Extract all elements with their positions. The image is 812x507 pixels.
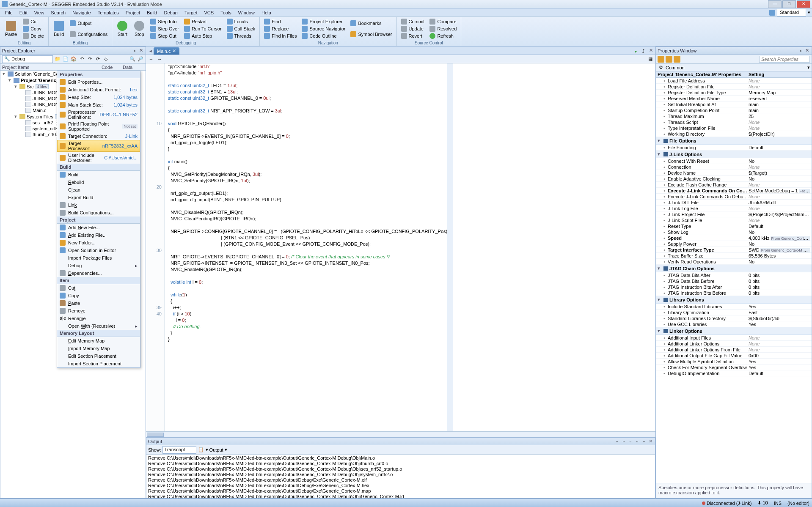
- output-button[interactable]: Output: [68, 20, 109, 27]
- ctx-heap-size[interactable]: Heap Size:1,024 bytes: [57, 93, 140, 101]
- menu-search[interactable]: Search: [47, 9, 69, 16]
- ctx-cut[interactable]: Cut: [57, 284, 140, 292]
- property-row[interactable]: •ConnectionNone: [656, 164, 812, 170]
- ctx-import-sec[interactable]: Import Section Placement: [57, 360, 140, 367]
- property-category[interactable]: ▾Library Options: [656, 296, 812, 304]
- tasks-icon[interactable]: 📋: [198, 447, 204, 453]
- replace-button[interactable]: Replace: [262, 25, 298, 32]
- output-icon-4[interactable]: ▫: [634, 438, 641, 445]
- property-row[interactable]: •Register Definition FileNone: [656, 84, 812, 90]
- step-over-button[interactable]: Step Over: [149, 25, 181, 32]
- ctx-add-existing[interactable]: Add Existing File...: [57, 231, 140, 239]
- zoom-in-icon[interactable]: 🔍: [129, 56, 136, 63]
- symbol-browser-button[interactable]: Symbol Browser: [349, 31, 394, 38]
- restart-button[interactable]: Restart: [182, 18, 223, 25]
- property-row[interactable]: •Target Interface TypeSWDFrom Generic_Co…: [656, 247, 812, 253]
- output-body[interactable]: Remove C:\Users\midi\Downloads\nRF5x-MMD…: [146, 455, 655, 498]
- find-in-files-button[interactable]: Find in Files: [262, 33, 298, 39]
- ctx-edit-mem[interactable]: Edit Memory Map: [57, 337, 140, 345]
- ctx-remove[interactable]: Remove: [57, 307, 140, 315]
- ctx-edit-sec[interactable]: Edit Section Placement: [57, 352, 140, 360]
- menu-tools[interactable]: Tools: [217, 9, 235, 16]
- property-row[interactable]: •Use GCC LibrariesYes: [656, 321, 812, 327]
- col-data[interactable]: Data: [123, 65, 144, 70]
- categorize-icon[interactable]: [658, 56, 664, 63]
- ctx-open-with[interactable]: Open With (Recursive)▸: [57, 322, 140, 330]
- tree-toggle[interactable]: ▾: [1, 71, 6, 77]
- ctx-import-pkg[interactable]: Import Package Files: [57, 254, 140, 262]
- property-row[interactable]: •Load File AddressNone: [656, 78, 812, 84]
- ctx-target-connection[interactable]: Target Connection:J-Link: [57, 132, 140, 140]
- ctx-rebuild[interactable]: Rebuild: [57, 178, 140, 186]
- chevron-down-icon[interactable]: ▾: [808, 10, 810, 15]
- bookmarks-button[interactable]: Bookmarks: [349, 20, 394, 27]
- ctx-preprocessor[interactable]: Preprocessor Definitions:DEBUG=1;NRF52: [57, 109, 140, 121]
- property-row[interactable]: •Startup Completion Pointmain: [656, 107, 812, 113]
- property-row[interactable]: •Additional Input FilesNone: [656, 335, 812, 341]
- code-editor[interactable]: 1020303940 "pp">#include "nrf.h""pp">#in…: [146, 63, 655, 431]
- back-icon[interactable]: ↶: [78, 56, 85, 63]
- property-row[interactable]: •Library OptimizationFast: [656, 310, 812, 315]
- prop-options-icon[interactable]: ▫: [797, 47, 804, 54]
- tab-options-icon[interactable]: ⤴: [640, 48, 647, 55]
- minimize-button[interactable]: —: [768, 0, 782, 8]
- menu-window[interactable]: Window: [235, 9, 258, 16]
- home-icon[interactable]: 🏠: [70, 56, 77, 63]
- cut-button[interactable]: Cut: [21, 18, 46, 25]
- property-row[interactable]: •JTAG Data Bits After0 bits: [656, 272, 812, 278]
- ctx-rename[interactable]: a|eRename: [57, 315, 140, 322]
- property-row[interactable]: •JTAG Instruction Bits Before0 bits: [656, 290, 812, 296]
- tree-toggle[interactable]: ▾: [13, 114, 18, 119]
- property-row[interactable]: •File EncodingDefault: [656, 145, 812, 151]
- menu-project[interactable]: Project: [122, 9, 143, 16]
- ctx-user-includes[interactable]: User Include Directories:C:\\Users\\mid.…: [57, 152, 140, 164]
- property-row[interactable]: •Register Definition File TypeMemory Map: [656, 90, 812, 96]
- ctx-build[interactable]: Build: [57, 171, 140, 178]
- ctx-import-mem[interactable]: Import Memory Map: [57, 345, 140, 352]
- menu-view[interactable]: View: [31, 9, 48, 16]
- ctx-export-build[interactable]: Export Build: [57, 194, 140, 201]
- property-row[interactable]: •J-Link DLL FileJLinkARM.dll: [656, 200, 812, 206]
- property-row[interactable]: •Thread Maximum25: [656, 113, 812, 119]
- tree-toggle[interactable]: ▾: [13, 84, 18, 89]
- step-out-button[interactable]: Step Out: [149, 33, 181, 39]
- property-row[interactable]: •Allow Multiple Symbol DefinitionYes: [656, 359, 812, 364]
- stop-button[interactable]: Stop: [132, 18, 147, 40]
- project-tree[interactable]: ▾Solution 'Generic_Cortex-M' ▾Project 'G…: [0, 71, 146, 498]
- file-label[interactable]: Main.c: [33, 108, 46, 113]
- compare-button[interactable]: Compare: [428, 18, 458, 25]
- property-row[interactable]: •Speed4,000 kHzFrom Generic_Cortex-M > C…: [656, 235, 812, 241]
- call-stack-button[interactable]: Call Stack: [225, 25, 257, 32]
- copy-button[interactable]: Copy: [21, 25, 46, 32]
- zoom-out-icon[interactable]: 🔎: [137, 56, 144, 63]
- output-icon-2[interactable]: ▫: [620, 438, 627, 445]
- src-folder[interactable]: Src: [27, 84, 34, 89]
- property-row[interactable]: •Working Directory$(ProjectDir): [656, 131, 812, 137]
- add-file-icon[interactable]: 📄: [62, 56, 69, 63]
- update-button[interactable]: Update: [399, 25, 427, 32]
- property-row[interactable]: •Execute J-Link Commands On ConnectSetMo…: [656, 188, 812, 194]
- property-row[interactable]: •Show LogNo: [656, 229, 812, 235]
- tab-prev-icon[interactable]: ◂: [148, 47, 154, 55]
- group-chev-icon[interactable]: ▾: [807, 65, 810, 70]
- property-row[interactable]: •Threads ScriptNone: [656, 119, 812, 125]
- ctx-debug[interactable]: Debug▸: [57, 262, 140, 269]
- menu-edit[interactable]: Edit: [16, 9, 31, 16]
- alpha-icon[interactable]: [666, 56, 672, 63]
- source-navigator-button[interactable]: Source Navigator: [300, 25, 347, 32]
- property-category[interactable]: ▾Linker Options: [656, 327, 812, 335]
- run-icon[interactable]: ▸: [633, 48, 639, 55]
- build-button[interactable]: Build: [51, 18, 66, 40]
- property-row[interactable]: •Connect With ResetNo: [656, 158, 812, 164]
- col-project-items[interactable]: Project Items: [2, 65, 102, 70]
- property-row[interactable]: •Reset TypeDefault: [656, 223, 812, 229]
- system-files-folder[interactable]: System Files: [27, 114, 53, 119]
- property-row[interactable]: •J-Link Log FileNone: [656, 206, 812, 211]
- star-icon[interactable]: [674, 56, 680, 63]
- ctx-add-new-file[interactable]: Add New File...: [57, 224, 140, 231]
- ctx-printf[interactable]: Printf Floating Point SupportedNot set: [57, 121, 140, 132]
- revert-button[interactable]: Revert: [399, 33, 427, 39]
- threads-button[interactable]: Threads: [225, 33, 257, 39]
- property-row[interactable]: •JTAG Data Bits Before0 bits: [656, 278, 812, 284]
- menu-templates[interactable]: Templates: [94, 9, 122, 16]
